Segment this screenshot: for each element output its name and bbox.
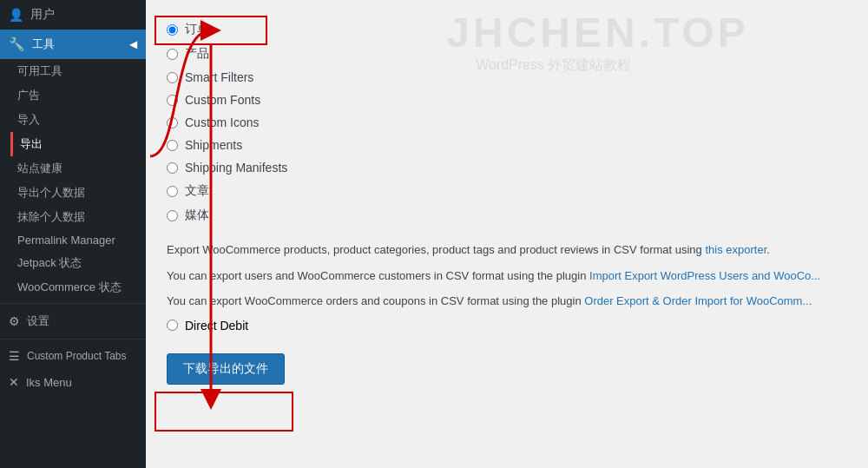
sidebar-item-available-tools[interactable]: 可用工具 xyxy=(10,59,146,83)
radio-direct-debit[interactable] xyxy=(167,320,178,331)
sidebar-item-custom-product-tabs[interactable]: ☰ Custom Product Tabs xyxy=(0,343,146,369)
radio-item-products: 产品 xyxy=(167,42,847,66)
radio-media[interactable] xyxy=(167,210,178,221)
radio-custom-fonts-label[interactable]: Custom Fonts xyxy=(185,93,260,107)
tools-submenu: 可用工具 广告 导入 导出 站点健康 导出个人数据 抹除个人数据 Permali… xyxy=(0,59,146,300)
radio-item-articles: 文章 xyxy=(167,179,847,203)
sidebar-item-tools[interactable]: 🔧 工具 ◀ xyxy=(0,30,146,59)
radio-shipping-manifests[interactable] xyxy=(167,162,178,174)
radio-item-direct-debit: Direct Debit xyxy=(167,319,847,333)
main-content: JHCHEN.TOP WordPress 外贸建站教程 订单 产品 xyxy=(146,0,868,468)
sidebar-item-users[interactable]: 👤 用户 xyxy=(0,0,146,30)
iks-menu-icon: ✕ xyxy=(9,375,19,389)
content-area: 订单 产品 Smart Filters Custom Fonts Custom … xyxy=(146,0,868,402)
sidebar-item-permalink-manager[interactable]: Permalink Manager xyxy=(10,229,146,251)
radio-custom-icons[interactable] xyxy=(167,117,178,129)
radio-item-custom-fonts: Custom Fonts xyxy=(167,89,847,111)
radio-orders-label[interactable]: 订单 xyxy=(185,22,209,37)
radio-articles-label[interactable]: 文章 xyxy=(185,183,209,199)
radio-shipments[interactable] xyxy=(167,140,178,151)
info-line-3-text: You can export WooCommerce orders and co… xyxy=(167,294,584,307)
divider1 xyxy=(0,303,146,304)
radio-orders[interactable] xyxy=(167,24,178,36)
radio-products[interactable] xyxy=(167,49,178,60)
sidebar-item-jetpack-status[interactable]: Jetpack 状态 xyxy=(10,251,146,275)
radio-item-shipments: Shipments xyxy=(167,134,847,156)
tools-arrow-icon: ◀ xyxy=(129,38,137,50)
info-line-3: You can export WooCommerce orders and co… xyxy=(167,293,847,310)
download-button[interactable]: 下载导出的文件 xyxy=(167,353,285,385)
sidebar-item-ads[interactable]: 广告 xyxy=(10,83,146,108)
radio-smart-filters-label[interactable]: Smart Filters xyxy=(185,70,253,84)
sidebar-item-import[interactable]: 导入 xyxy=(10,108,146,132)
sidebar-item-export[interactable]: 导出 xyxy=(10,132,146,156)
sidebar-item-site-health[interactable]: 站点健康 xyxy=(10,156,146,181)
info-line-2: You can export users and WooCommerce cus… xyxy=(167,267,847,285)
radio-custom-icons-label[interactable]: Custom Icons xyxy=(185,115,260,129)
radio-item-media: 媒体 xyxy=(167,203,847,227)
radio-smart-filters[interactable] xyxy=(167,72,178,83)
radio-media-label[interactable]: 媒体 xyxy=(185,208,209,223)
info-line-1-text: Export WooCommerce products, product cat… xyxy=(167,243,705,256)
radio-shipments-label[interactable]: Shipments xyxy=(185,138,242,152)
divider2 xyxy=(0,339,146,339)
info-line-2-text: You can export users and WooCommerce cus… xyxy=(167,269,589,282)
radio-custom-fonts[interactable] xyxy=(167,95,178,106)
sidebar-item-export-user-data[interactable]: 导出个人数据 xyxy=(10,181,146,205)
radio-options-list: 订单 产品 Smart Filters Custom Fonts Custom … xyxy=(167,17,847,227)
radio-item-custom-icons: Custom Icons xyxy=(167,111,847,134)
settings-icon: ⚙ xyxy=(9,314,20,328)
info-line-2-link[interactable]: Import Export WordPress Users and WooCo.… xyxy=(589,269,820,282)
sidebar-item-iks-menu[interactable]: ✕ Iks Menu xyxy=(0,369,146,395)
radio-item-orders: 订单 xyxy=(167,17,847,42)
radio-products-label[interactable]: 产品 xyxy=(185,46,209,62)
radio-direct-debit-label[interactable]: Direct Debit xyxy=(185,319,248,333)
users-icon: 👤 xyxy=(9,8,23,22)
radio-item-shipping-manifests: Shipping Manifests xyxy=(167,156,847,179)
info-line-1: Export WooCommerce products, product cat… xyxy=(167,241,847,259)
radio-shipping-manifests-label[interactable]: Shipping Manifests xyxy=(185,161,287,175)
custom-product-tabs-icon: ☰ xyxy=(9,349,20,363)
info-line-3-link[interactable]: Order Export & Order Import for WooComm.… xyxy=(584,294,812,307)
radio-articles[interactable] xyxy=(167,186,178,197)
sidebar-item-settings[interactable]: ⚙ 设置 xyxy=(0,307,146,335)
radio-item-smart-filters: Smart Filters xyxy=(167,66,847,89)
sidebar-item-remove-user-data[interactable]: 抹除个人数据 xyxy=(10,205,146,229)
sidebar: 👤 用户 🔧 工具 ◀ 可用工具 广告 导入 导出 站点健康 导出个人数据 抹除… xyxy=(0,0,146,468)
sidebar-item-woocommerce-status[interactable]: WooCommerce 状态 xyxy=(10,275,146,300)
tools-icon: 🔧 xyxy=(9,36,25,52)
info-line-1-link[interactable]: this exporter xyxy=(705,243,766,256)
